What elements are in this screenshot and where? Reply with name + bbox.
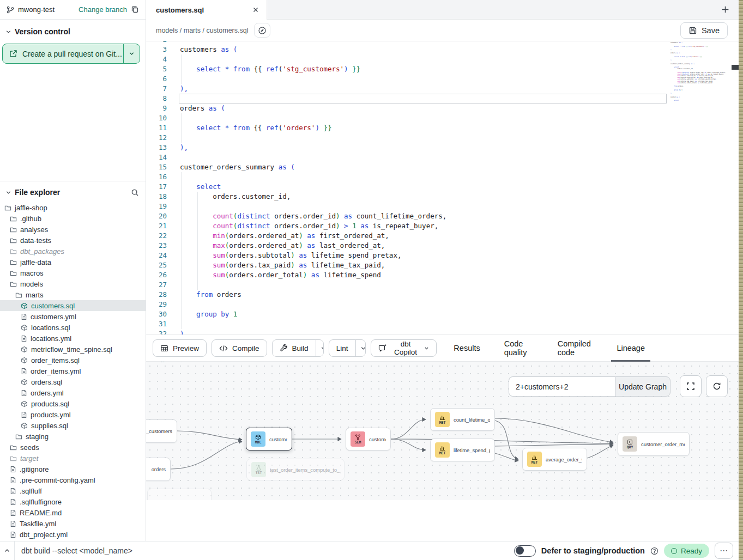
tree-item-macros[interactable]: macros bbox=[0, 267, 146, 278]
code-line-15[interactable]: 15customer_orders_summary as ( bbox=[146, 162, 739, 172]
lineage-node-test_order_items[interactable]: TSTtest_order_items_compute_to_bools... bbox=[246, 459, 345, 480]
create-pr-button[interactable]: Create a pull request on Git... bbox=[2, 44, 140, 64]
code-line-14[interactable]: 14 bbox=[146, 153, 739, 162]
code-editor[interactable]: 23customers as (45 select * from {{ ref(… bbox=[146, 41, 739, 376]
lineage-selector-input[interactable] bbox=[509, 376, 615, 397]
defer-toggle[interactable] bbox=[514, 545, 536, 557]
tree-item-metricflow-time-spine-sql[interactable]: metricflow_time_spine.sql bbox=[0, 344, 146, 355]
copy-icon[interactable] bbox=[131, 5, 139, 14]
code-line-30[interactable]: 30 group by 1 bbox=[146, 309, 739, 319]
tree-item-models[interactable]: models bbox=[0, 278, 146, 289]
refresh-button[interactable] bbox=[706, 375, 728, 397]
command-hint[interactable]: dbt build --select <model_name> bbox=[21, 546, 132, 555]
chevron-up-icon[interactable] bbox=[0, 547, 14, 554]
code-line-8[interactable]: 8 bbox=[146, 94, 739, 104]
tree-item-products-yml[interactable]: products.yml bbox=[0, 409, 146, 420]
build-dropdown-caret[interactable] bbox=[316, 340, 324, 356]
tree-item-dbt-project-yml[interactable]: dbt_project.yml bbox=[0, 529, 146, 540]
compile-button[interactable]: Compile bbox=[212, 339, 267, 357]
code-line-21[interactable]: 21 count(distinct orders.order_id) > 1 a… bbox=[146, 221, 739, 231]
panel-tab-results[interactable]: Results bbox=[442, 334, 492, 362]
lineage-node-average_order_value[interactable]: METaverage_order_value bbox=[522, 448, 587, 471]
code-line-22[interactable]: 22 min(orders.ordered_at) as first_order… bbox=[146, 231, 739, 241]
lineage-node-customers_semantic[interactable]: SEMcustomers bbox=[346, 428, 391, 451]
tree-item-staging[interactable]: staging bbox=[0, 431, 146, 442]
tree-item-marts[interactable]: marts bbox=[0, 289, 146, 300]
panel-tab-compiled-code[interactable]: Compiled code bbox=[546, 334, 605, 362]
lint-dropdown-caret[interactable] bbox=[355, 340, 366, 356]
chevron-down-icon[interactable] bbox=[5, 190, 11, 196]
tree-item-orders-yml[interactable]: orders.yml bbox=[0, 387, 146, 398]
tree-item-readme-md[interactable]: README.md bbox=[0, 507, 146, 518]
lineage-node-stg_customers[interactable]: stg_customers bbox=[146, 419, 177, 443]
code-line-23[interactable]: 23 max(orders.ordered_at) as last_ordere… bbox=[146, 241, 739, 251]
more-options-button[interactable]: ⋯ bbox=[715, 543, 733, 559]
tree-item-data-tests[interactable]: data-tests bbox=[0, 235, 146, 246]
preview-button[interactable]: Preview bbox=[153, 339, 207, 357]
save-button[interactable]: Save bbox=[680, 22, 728, 39]
tree-item--github[interactable]: .github bbox=[0, 213, 146, 224]
tree-item-target[interactable]: target bbox=[0, 453, 146, 464]
new-tab-plus-icon[interactable] bbox=[721, 5, 730, 14]
tree-item--pre-commit-config-yaml[interactable]: .pre-commit-config.yaml bbox=[0, 474, 146, 485]
lineage-panel[interactable]: stg_customersordersMDLcustomersTSTtest_o… bbox=[146, 362, 739, 500]
lineage-node-partial_node[interactable] bbox=[147, 489, 212, 500]
tree-item-jaffle-data[interactable]: jaffle-data bbox=[0, 257, 146, 267]
tree-item-dbt-packages[interactable]: dbt_packages bbox=[0, 246, 146, 257]
code-line-5[interactable]: 5 select * from {{ ref('stg_customers') … bbox=[146, 64, 739, 74]
code-line-20[interactable]: 20 count(distinct orders.order_id) as co… bbox=[146, 211, 739, 221]
code-line-3[interactable]: 3customers as ( bbox=[146, 45, 739, 54]
tree-item-seeds[interactable]: seeds bbox=[0, 442, 146, 453]
panel-tab-lineage[interactable]: Lineage bbox=[605, 334, 657, 362]
lineage-node-orders[interactable]: orders bbox=[146, 458, 171, 481]
lineage-node-customer_order_metrics[interactable]: QRYcustomer_order_metrics bbox=[618, 432, 690, 456]
code-line-28[interactable]: 28 from orders bbox=[146, 290, 739, 300]
tree-item-order-items-sql[interactable]: order_items.sql bbox=[0, 355, 146, 366]
code-line-26[interactable]: 26 sum(orders.order_total) as lifetime_s… bbox=[146, 270, 739, 280]
version-control-header[interactable]: Version control bbox=[0, 27, 146, 36]
code-line-19[interactable]: 19 bbox=[146, 202, 739, 211]
panel-tab-code-quality[interactable]: Code quality bbox=[492, 334, 546, 362]
minimap[interactable]: customers as ( select * from {{ ref('stg… bbox=[669, 41, 730, 101]
tree-item--gitignore[interactable]: .gitignore bbox=[0, 464, 146, 474]
build-button[interactable]: Build bbox=[273, 340, 316, 356]
code-line-18[interactable]: 18 orders.customer_id, bbox=[146, 192, 739, 202]
compass-icon[interactable] bbox=[254, 23, 270, 38]
help-icon[interactable] bbox=[650, 547, 659, 555]
tree-item-customers-yml[interactable]: customers.yml bbox=[0, 311, 146, 322]
update-graph-button[interactable]: Update Graph bbox=[615, 376, 670, 397]
tree-item-locations-yml[interactable]: locations.yml bbox=[0, 333, 146, 344]
lineage-node-lifetime_spend_pretax[interactable]: METlifetime_spend_pretax bbox=[430, 439, 495, 461]
code-line-4[interactable]: 4 bbox=[146, 54, 739, 64]
search-icon[interactable] bbox=[131, 188, 139, 197]
code-line-29[interactable]: 29 bbox=[146, 300, 739, 309]
tree-item-taskfile-yml[interactable]: Taskfile.yml bbox=[0, 518, 146, 529]
status-badge[interactable]: Ready bbox=[664, 544, 709, 558]
code-line-6[interactable]: 6 bbox=[146, 74, 739, 84]
code-line-17[interactable]: 17 select bbox=[146, 182, 739, 192]
dbt-copilot-button[interactable]: dbt Copilot bbox=[371, 339, 437, 357]
tree-item--sqlfluff[interactable]: .sqlfluff bbox=[0, 485, 146, 496]
code-line-24[interactable]: 24 sum(orders.subtotal) as lifetime_spen… bbox=[146, 251, 739, 260]
tree-item--sqlfluffignore[interactable]: .sqlfluffignore bbox=[0, 496, 146, 507]
code-line-16[interactable]: 16 bbox=[146, 172, 739, 182]
code-line-9[interactable]: 9orders as ( bbox=[146, 104, 739, 113]
fullscreen-button[interactable] bbox=[680, 375, 702, 397]
close-icon[interactable] bbox=[252, 7, 259, 13]
tab-customers-sql[interactable]: customers.sql bbox=[146, 0, 267, 20]
code-line-12[interactable]: 12 bbox=[146, 133, 739, 143]
tree-item-customers-sql[interactable]: customers.sql bbox=[0, 300, 146, 311]
code-line-31[interactable]: 31 bbox=[146, 319, 739, 329]
code-line-25[interactable]: 25 sum(orders.tax_paid) as lifetime_tax_… bbox=[146, 260, 739, 270]
lineage-node-customers_model[interactable]: MDLcustomers bbox=[246, 428, 292, 451]
tree-item-products-sql[interactable]: products.sql bbox=[0, 398, 146, 409]
tree-item-jaffle-shop[interactable]: jaffle-shop bbox=[0, 202, 146, 213]
tree-item-analyses[interactable]: analyses bbox=[0, 224, 146, 235]
code-line-11[interactable]: 11 select * from {{ ref('orders') }} bbox=[146, 123, 739, 133]
code-line-7[interactable]: 7), bbox=[146, 84, 739, 94]
lineage-node-count_lifetime_orders[interactable]: METcount_lifetime_orders bbox=[430, 408, 495, 431]
tree-item-locations-sql[interactable]: locations.sql bbox=[0, 322, 146, 333]
tree-item-supplies-sql[interactable]: supplies.sql bbox=[0, 420, 146, 431]
tree-item-orders-sql[interactable]: orders.sql bbox=[0, 376, 146, 387]
pr-dropdown-caret[interactable] bbox=[123, 44, 140, 63]
